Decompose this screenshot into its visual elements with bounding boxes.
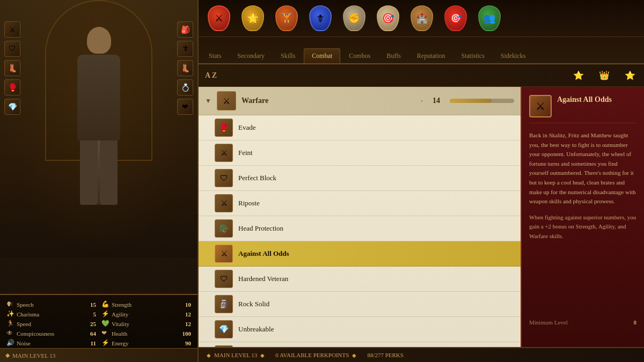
left-side-icons: ⚔ 🛡 👢 🥊 💎 [4,21,20,115]
skill-rock-solid[interactable]: 🗿 Rock Solid [199,292,521,317]
tab-stats[interactable]: Stats [201,49,229,63]
stat-speed-label: Speed [17,321,80,327]
tab-combos[interactable]: Combos [341,49,378,63]
skill-head-protection-name: Head Protection [238,224,514,233]
diamond-middle: ◆ [352,352,356,358]
nav-icon-sidekicks[interactable]: 👥 [474,3,504,34]
stat-vitality-value: 12 [178,321,191,327]
detail-skill-icon: ⚔ [529,95,552,117]
tab-secondary[interactable]: Secondary [230,49,272,63]
side-icon-2[interactable]: 🛡 [4,41,20,57]
side-icon-right-4[interactable]: 💍 [177,79,193,95]
nav-icon-skills[interactable]: 🏋 [272,3,301,34]
warfare-category[interactable]: ▼ ⚔ Warfare - 14 [199,87,521,115]
right-side-icons: 🎒 🗡 👢 💍 ❤ [177,21,193,115]
skill-feint[interactable]: ⚔ Feint [199,141,521,166]
perks-count-label: 88/277 PERKS [367,352,404,358]
side-icon-5[interactable]: 💎 [4,99,20,115]
tab-combat[interactable]: Combat [304,48,340,63]
warfare-level: 14 [428,97,444,105]
stat-speech: 🗣 Speech 15 [6,300,96,308]
stat-conspicuousness: 👁 Conspicousness 64 [6,329,96,337]
nav-icon-statistics[interactable]: 🎯 [441,3,470,34]
skill-riposte-icon: ⚔ [215,194,233,212]
nav-icon-combat[interactable]: 🗡 [305,3,335,34]
nav-icon-reputation[interactable]: 🏰 [407,3,436,34]
stat-speech-label: Speech [17,301,80,308]
skill-rock-solid-icon: 🗿 [215,295,233,313]
tab-skills[interactable]: Skills [273,49,303,63]
combos-shield-icon: ✊ [343,5,365,31]
strength-icon: 💪 [101,300,109,308]
nav-icon-combos[interactable]: ✊ [339,3,369,34]
side-icon-4[interactable]: 🥊 [4,79,20,95]
skill-steadfast[interactable]: 🏋 Steadfast [199,342,521,347]
filter-crown-icon[interactable]: 👑 [597,68,612,83]
nav-icons-row: ⚔ 🌟 🏋 🗡 ✊ 🎯 🏰 🎯 👥 [199,0,644,37]
skill-perfect-block-name: Perfect Block [238,174,514,182]
stats-shield-icon: ⚔ [208,5,230,31]
energy-icon: ⚡ [101,339,109,347]
left-panel: ⚔ 🛡 👢 🥊 💎 🎒 🗡 👢 💍 ❤ 🗣 [0,0,199,362]
nav-icon-buffs[interactable]: 🎯 [373,3,402,34]
skill-against-all-odds[interactable]: ⚔ Against All Odds [199,241,521,267]
speech-icon: 🗣 [6,300,14,308]
speed-icon: 🏃 [6,320,14,328]
warfare-progress-fill [450,99,492,103]
warfare-progress-bar [450,99,514,103]
skill-against-all-odds-icon: ⚔ [215,245,233,263]
stat-strength-label: Strength [112,301,175,308]
skill-evade[interactable]: 🥊 Evade [199,115,521,141]
skill-head-protection[interactable]: 🪖 Head Protection [199,216,521,241]
skill-perfect-block[interactable]: 🛡 Perfect Block [199,166,521,191]
bottom-main-level-label: MAIN LEVEL 13 [214,352,257,358]
side-icon-right-1[interactable]: 🎒 [177,21,193,38]
detail-panel: ⚔ Against All Odds Back in Skalitz, Frit… [521,87,644,347]
side-icon-1[interactable]: ⚔ [4,21,20,38]
skills-list: ▼ ⚔ Warfare - 14 🥊 Evade ⚔ Feint [199,87,521,347]
statistics-shield-icon: 🎯 [444,5,467,31]
stat-health-value: 100 [178,330,191,337]
main-level-label: MAIN LEVEL 13 [12,352,55,359]
bottom-perks: 0 AVAILABLE PERKPOINTS ◆ [275,352,356,358]
sort-az-label[interactable]: A Z [205,71,217,80]
skill-evade-icon: 🥊 [215,119,233,137]
skill-unbreakable[interactable]: 💎 Unbreakable [199,317,521,342]
stat-energy-label: Energy [112,340,175,346]
noise-icon: 🔊 [6,339,14,347]
filter-star-icon[interactable]: ⭐ [571,68,586,83]
tab-buffs[interactable]: Buffs [379,49,408,63]
reputation-shield-icon: 🏰 [411,5,433,31]
bottom-main-level: ◆ MAIN LEVEL 13 ◆ [207,352,265,358]
side-icon-right-3[interactable]: 👢 [177,60,193,76]
skill-hardened-veteran-name: Hardened Veteran [238,275,514,283]
stat-noise: 🔊 Noise 11 [6,339,96,347]
top-navigation: ⚔ 🌟 🏋 🗡 ✊ 🎯 🏰 🎯 👥 [199,0,644,64]
stat-strength: 💪 Strength 10 [101,300,191,308]
nav-icon-stats[interactable]: ⚔ [204,3,233,34]
skill-feint-icon: ⚔ [215,144,233,162]
tab-statistics[interactable]: Statistics [454,49,492,63]
stat-conspicuousness-label: Conspicousness [17,330,80,337]
nav-icon-secondary[interactable]: 🌟 [238,3,267,34]
stat-vitality: 💚 Vitality 12 [101,320,191,328]
tab-sidekicks[interactable]: Sidekicks [493,49,533,63]
side-icon-right-2[interactable]: 🗡 [177,41,193,57]
side-icon-3[interactable]: 👢 [4,60,20,76]
tab-reputation[interactable]: Reputation [409,49,453,63]
warfare-icon: ⚔ [217,91,236,110]
stat-agility-label: Agility [112,311,175,317]
skill-unbreakable-name: Unbreakable [238,325,514,334]
skill-riposte[interactable]: ⚔ Riposte [199,191,521,216]
skill-hardened-veteran[interactable]: 🛡 Hardened Veteran [199,267,521,292]
stat-health: ❤ Health 100 [101,329,191,337]
filter-star2-icon[interactable]: ⭐ [623,68,638,83]
detail-title: Against All Odds [557,95,612,105]
stat-strength-value: 10 [178,301,191,308]
side-icon-right-5[interactable]: ❤ [177,99,193,115]
skills-shield-icon: 🏋 [275,5,298,31]
char-leg-right [100,141,118,205]
stat-energy: ⚡ Energy 90 [101,339,191,347]
stat-agility-value: 12 [178,311,191,317]
character-silhouette [61,27,136,231]
